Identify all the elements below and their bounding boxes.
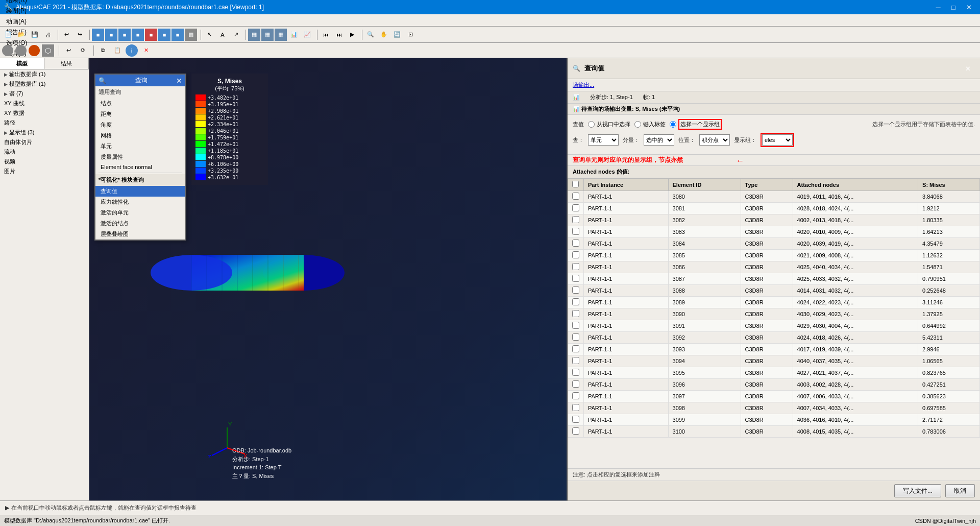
- row-checkbox[interactable]: [572, 392, 579, 399]
- round-btn2[interactable]: [15, 45, 27, 56]
- mesh-btn3[interactable]: ■: [118, 29, 131, 41]
- row-checkbox[interactable]: [572, 369, 579, 376]
- field-output-link[interactable]: 场输出...: [573, 82, 594, 88]
- mesh-btn2[interactable]: ■: [105, 29, 117, 41]
- tree-item[interactable]: ▶显示组 (3): [0, 128, 89, 137]
- anim-back[interactable]: ⏮: [320, 29, 332, 41]
- query-dialog-close[interactable]: ✕: [176, 77, 182, 85]
- row-checkbox[interactable]: [572, 240, 579, 247]
- row-checkbox[interactable]: [572, 427, 579, 435]
- query-viz-item[interactable]: 激活的单元: [95, 207, 185, 218]
- result-btn4[interactable]: 📊: [288, 29, 300, 41]
- row-checkbox[interactable]: [572, 345, 579, 352]
- table-row[interactable]: PART-1-13092C3D8R4024, 4018, 4026, 4(...…: [568, 332, 980, 344]
- row-checkbox[interactable]: [572, 333, 579, 341]
- result-btn2[interactable]: ▦: [261, 29, 274, 41]
- row-checkbox[interactable]: [572, 322, 579, 329]
- row-checkbox[interactable]: [572, 357, 579, 364]
- tab-model[interactable]: 模型: [0, 58, 44, 69]
- table-row[interactable]: PART-1-13099C3D8R4036, 4016, 4010, 4(...…: [568, 414, 980, 426]
- query-viz-item[interactable]: 查询值: [95, 186, 185, 197]
- tree-item[interactable]: 路径: [0, 118, 89, 128]
- tree-item[interactable]: 自由体切片: [0, 137, 89, 147]
- special-btn[interactable]: ⬡: [42, 44, 54, 57]
- row-checkbox[interactable]: [572, 286, 579, 294]
- info-btn[interactable]: i: [126, 44, 138, 57]
- table-row[interactable]: PART-1-13090C3D8R4030, 4029, 4023, 4(...…: [568, 308, 980, 320]
- query-general-item[interactable]: 角度: [95, 119, 185, 130]
- tree-item[interactable]: XY 曲线: [0, 99, 89, 108]
- result-btn5[interactable]: 📈: [301, 29, 313, 41]
- radio-viewport-input[interactable]: [588, 121, 595, 128]
- table-row[interactable]: PART-1-13082C3D8R4002, 4013, 4018, 4(...…: [568, 214, 980, 226]
- table-row[interactable]: PART-1-13089C3D8R4024, 4022, 4023, 4(...…: [568, 297, 980, 308]
- replay-btn[interactable]: ⟳: [77, 44, 89, 57]
- cursor-btn[interactable]: ↖: [203, 29, 215, 41]
- result-btn3[interactable]: ▦: [275, 29, 287, 41]
- tree-item[interactable]: ▶输出数据库 (1): [0, 69, 89, 79]
- table-row[interactable]: PART-1-13096C3D8R4003, 4002, 4028, 4(...…: [568, 379, 980, 391]
- query-dialog-title[interactable]: 🔍 查询 ✕: [95, 75, 185, 86]
- query-viz-item[interactable]: 激活的结点: [95, 218, 185, 229]
- anim-play[interactable]: ▶: [346, 29, 358, 41]
- table-row[interactable]: PART-1-13093C3D8R4017, 4019, 4039, 4(...…: [568, 344, 980, 355]
- round-btn1[interactable]: [2, 45, 13, 56]
- query-general-item[interactable]: 网格: [95, 130, 185, 141]
- undo-btn[interactable]: ↩: [60, 29, 72, 41]
- tree-item[interactable]: ▶模型数据库 (1): [0, 79, 89, 89]
- menu-item-绘图(P)[interactable]: 绘图(P): [2, 6, 32, 16]
- table-row[interactable]: PART-1-13095C3D8R4027, 4021, 4037, 4(...…: [568, 367, 980, 379]
- table-row[interactable]: PART-1-13084C3D8R4020, 4039, 4019, 4(...…: [568, 238, 980, 250]
- row-checkbox[interactable]: [572, 216, 579, 223]
- copy-btn[interactable]: ⧉: [97, 44, 109, 57]
- tree-item[interactable]: 图片: [0, 166, 89, 176]
- restore-button[interactable]: □: [946, 0, 961, 14]
- table-row[interactable]: PART-1-13080C3D8R4019, 4011, 4016, 4(...…: [568, 191, 980, 203]
- write-file-button[interactable]: 写入文件...: [894, 484, 941, 497]
- tree-item[interactable]: XY 数据: [0, 108, 89, 118]
- row-checkbox[interactable]: [572, 251, 579, 258]
- display-group-select[interactable]: eles: [762, 134, 793, 146]
- minimize-button[interactable]: ─: [931, 0, 945, 14]
- undo2[interactable]: ↩: [62, 44, 75, 57]
- open-btn[interactable]: 📂: [15, 29, 28, 41]
- table-row[interactable]: PART-1-13086C3D8R4025, 4040, 4034, 4(...…: [568, 261, 980, 273]
- deform-btn[interactable]: ■: [145, 29, 157, 41]
- close-button[interactable]: ✕: [962, 0, 976, 14]
- text-btn[interactable]: A: [216, 29, 229, 41]
- row-checkbox[interactable]: [572, 310, 579, 317]
- row-checkbox[interactable]: [572, 193, 579, 200]
- query-general-item[interactable]: 结点: [95, 98, 185, 109]
- tab-results[interactable]: 结果: [44, 58, 89, 69]
- query-general-item[interactable]: 单元: [95, 141, 185, 152]
- new-btn[interactable]: 📄: [2, 29, 14, 41]
- radio-display-group-input[interactable]: [670, 121, 676, 128]
- radio-keyboard-input[interactable]: [634, 121, 641, 128]
- row-checkbox[interactable]: [572, 380, 579, 388]
- mesh-btn4[interactable]: ■: [132, 29, 144, 41]
- deform-btn4[interactable]: ▩: [185, 29, 197, 41]
- table-row[interactable]: PART-1-13083C3D8R4020, 4010, 4009, 4(...…: [568, 226, 980, 238]
- fit-btn[interactable]: ⊡: [404, 29, 416, 41]
- redo-btn[interactable]: ↪: [74, 29, 86, 41]
- table-row[interactable]: PART-1-13091C3D8R4029, 4030, 4004, 4(...…: [568, 320, 980, 332]
- table-row[interactable]: PART-1-13088C3D8R4014, 4031, 4032, 4(...…: [568, 285, 980, 297]
- deform-btn3[interactable]: ■: [172, 29, 184, 41]
- menu-item-结果(R)[interactable]: 结果(R): [2, 0, 32, 6]
- pan-btn[interactable]: ✋: [378, 29, 390, 41]
- query-viz-item[interactable]: 层叠叠绘图: [95, 229, 185, 240]
- query-general-item[interactable]: 距离: [95, 109, 185, 119]
- category-select[interactable]: 选中的: [644, 134, 674, 146]
- data-table-container[interactable]: Part Instance Element ID Type Attached n…: [568, 178, 980, 468]
- tree-item[interactable]: 视频: [0, 157, 89, 166]
- row-checkbox[interactable]: [572, 298, 579, 305]
- deform-btn2[interactable]: ■: [158, 29, 170, 41]
- cancel-button[interactable]: 取消: [945, 484, 975, 497]
- paste-btn[interactable]: 📋: [111, 44, 124, 57]
- select-all-checkbox[interactable]: [572, 181, 579, 187]
- zoom-btn[interactable]: 🔍: [364, 29, 377, 41]
- menu-item-动画(A)[interactable]: 动画(A): [2, 16, 32, 27]
- query-viz-item[interactable]: 应力线性化: [95, 197, 185, 207]
- row-checkbox[interactable]: [572, 228, 579, 235]
- tree-item[interactable]: ▶谱 (7): [0, 89, 89, 99]
